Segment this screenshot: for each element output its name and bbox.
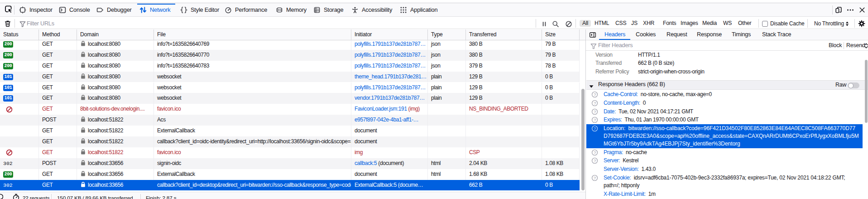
svg-text:?: ?	[594, 109, 596, 114]
svg-text:?: ?	[594, 101, 596, 105]
svg-text:?: ?	[594, 92, 596, 97]
svg-text:?: ?	[594, 118, 596, 122]
svg-text:?: ?	[594, 150, 596, 155]
svg-text:?: ?	[594, 159, 596, 163]
svg-text:?: ?	[594, 126, 596, 131]
svg-text:?: ?	[594, 176, 596, 180]
